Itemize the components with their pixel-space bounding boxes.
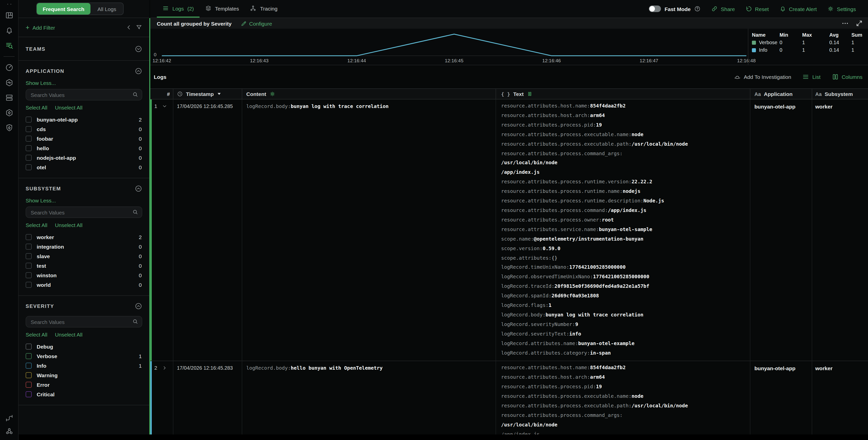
gear-icon[interactable] [269, 91, 275, 97]
create-alert-button[interactable]: Create Alert [779, 5, 817, 12]
configure-button[interactable]: Configure [241, 20, 272, 26]
unselect-all-link[interactable]: Unselect All [55, 332, 83, 338]
filter-item[interactable]: Warning [26, 370, 142, 380]
list-view-button[interactable]: List [802, 73, 820, 80]
column-header-number[interactable]: # [153, 89, 174, 99]
filter-item[interactable]: winston0 [26, 270, 142, 280]
column-header-content[interactable]: Content [242, 89, 496, 99]
filter-item-count: 0 [139, 243, 142, 249]
checkbox[interactable] [26, 343, 32, 349]
collapse-sidebar-icon[interactable] [126, 24, 132, 31]
select-all-link[interactable]: Select All [26, 222, 47, 228]
filter-item[interactable]: Verbose1 [26, 351, 142, 361]
legend-row[interactable]: Info010.141 [752, 46, 868, 54]
all-logs-tab[interactable]: All Logs [90, 3, 123, 14]
filter-item[interactable]: world0 [26, 280, 142, 289]
tab-templates[interactable]: Templates [199, 0, 245, 18]
dashboard-board-icon[interactable] [5, 11, 13, 20]
filter-item[interactable]: test0 [26, 261, 142, 270]
filter-item[interactable]: cds0 [26, 124, 142, 134]
filter-item[interactable]: bunyan-otel-app2 [26, 114, 142, 124]
severity-search-input[interactable] [26, 316, 142, 328]
chevron-down-circle-icon[interactable] [135, 45, 142, 53]
checkbox[interactable] [26, 353, 32, 359]
checkbox[interactable] [26, 372, 32, 378]
tab-tracing[interactable]: Tracing [245, 0, 283, 18]
column-header-text[interactable]: { } Text [496, 89, 750, 99]
bell-icon[interactable] [5, 26, 13, 35]
logs-search-icon[interactable] [5, 41, 13, 50]
checkbox[interactable] [26, 243, 32, 249]
settings-button[interactable]: Settings [827, 5, 856, 12]
filter-funnel-icon[interactable] [136, 24, 142, 31]
checkbox[interactable] [26, 281, 32, 287]
chevron-up-circle-icon[interactable] [135, 302, 142, 310]
checkbox[interactable] [26, 253, 32, 259]
tab-logs[interactable]: Logs (2) [157, 0, 199, 18]
more-options-icon[interactable] [841, 20, 849, 27]
show-less-link[interactable]: Show Less... [26, 197, 142, 203]
collapse-row-icon[interactable] [162, 103, 167, 109]
log-row[interactable]: 217/04/2026 12:16:45.283logRecord.body:h… [150, 362, 868, 435]
select-all-link[interactable]: Select All [26, 332, 47, 338]
chevron-up-circle-icon[interactable] [135, 185, 142, 192]
filter-item[interactable]: worker2 [26, 232, 142, 242]
checkbox[interactable] [26, 126, 32, 132]
column-header-application[interactable]: Aa Application [750, 89, 812, 99]
gauge-icon[interactable] [5, 63, 13, 72]
checkbox[interactable] [26, 381, 32, 387]
hexagon-pulse-icon[interactable] [5, 78, 13, 87]
severity-count-chart[interactable]: 0 12:16:4212:16:4312:16:4412:16:4512:16:… [150, 29, 868, 65]
column-header-timestamp[interactable]: Timestamp [174, 89, 242, 99]
select-all-link[interactable]: Select All [26, 104, 47, 110]
column-header-subsystem[interactable]: Aa Subsystem [812, 89, 868, 99]
filter-item[interactable]: Error [26, 380, 142, 389]
share-button[interactable]: Share [711, 5, 735, 12]
checkbox[interactable] [26, 272, 32, 278]
show-less-link[interactable]: Show Less... [26, 80, 142, 86]
frequent-search-tab[interactable]: Frequent Search [37, 3, 90, 14]
fast-mode-toggle[interactable] [649, 5, 661, 12]
columns-button[interactable]: Columns [832, 73, 863, 80]
expand-row-icon[interactable] [162, 365, 167, 371]
add-to-investigation-button[interactable]: Add To Investigation [734, 73, 792, 80]
reset-button[interactable]: Reset [745, 5, 769, 12]
checkbox[interactable] [26, 145, 32, 151]
legend-row[interactable]: Verbose010.141 [752, 39, 868, 46]
severity-title: SEVERITY [26, 303, 54, 309]
filter-item[interactable]: slave0 [26, 251, 142, 261]
chevron-up-circle-icon[interactable] [135, 67, 142, 75]
checkbox[interactable] [26, 234, 32, 240]
unselect-all-link[interactable]: Unselect All [55, 222, 83, 228]
expand-icon[interactable] [856, 20, 863, 27]
help-icon[interactable] [694, 5, 701, 12]
server-icon[interactable] [5, 94, 13, 102]
shield-hexagon-icon[interactable] [5, 108, 13, 117]
filter-item[interactable]: Debug [26, 342, 142, 351]
checkbox[interactable] [26, 116, 32, 122]
pipeline-icon[interactable] [5, 414, 13, 422]
checkbox[interactable] [26, 164, 32, 170]
checkbox[interactable] [26, 263, 32, 268]
checkbox[interactable] [26, 362, 32, 368]
unselect-all-link[interactable]: Unselect All [55, 104, 83, 110]
log-row[interactable]: 117/04/2026 12:16:45.285logRecord.body:b… [150, 99, 868, 362]
filter-item[interactable]: integration0 [26, 242, 142, 251]
sidebar-resize-handle[interactable] [149, 18, 150, 435]
filter-item[interactable]: Info1 [26, 361, 142, 370]
legend-avg-value: 0.14 [829, 40, 851, 45]
application-search-input[interactable] [26, 89, 142, 100]
subsystem-search-input[interactable] [26, 206, 142, 218]
add-filter-button[interactable]: + Add Filter [26, 24, 55, 30]
shield-sparkle-icon[interactable] [5, 124, 13, 132]
filter-item[interactable]: otel0 [26, 162, 142, 172]
filter-item[interactable]: foobar0 [26, 134, 142, 143]
filter-item[interactable]: Critical [26, 389, 142, 399]
filter-item[interactable]: hello0 [26, 143, 142, 153]
cluster-nodes-icon[interactable] [5, 427, 13, 436]
text-columns-icon[interactable] [527, 91, 533, 97]
checkbox[interactable] [26, 391, 32, 397]
filter-item[interactable]: nodejs-otel-app0 [26, 153, 142, 162]
checkbox[interactable] [26, 135, 32, 141]
checkbox[interactable] [26, 155, 32, 161]
